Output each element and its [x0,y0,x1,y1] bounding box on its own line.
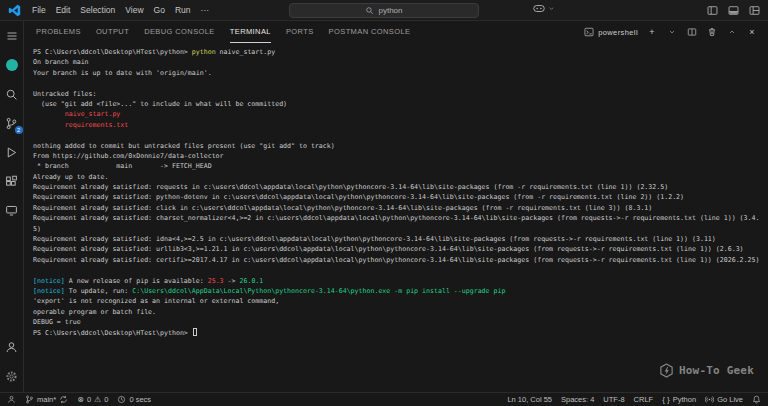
terminal-line: Already up to date. [33,172,768,182]
search-box[interactable]: python [289,3,479,18]
go-live-button[interactable]: Go Live [705,395,743,404]
split-terminal-icon[interactable] [686,26,698,38]
terminal-shell-icon [584,27,594,37]
menu-bar: FileEditSelectionViewGoRun··· [27,3,214,17]
search-view-icon[interactable] [4,86,20,102]
problems-button[interactable]: ⊗ 0 ⚠ 0 [77,395,108,404]
menu-item[interactable]: File [27,3,51,17]
cursor-position[interactable]: Ln 10, Col 55 [507,395,552,404]
terminal-line: [notice] A new release of pip is availab… [33,276,768,286]
terminal-line: naive_start.py [33,109,768,119]
branch-button[interactable]: main* [25,395,68,404]
close-panel-icon[interactable]: × [746,26,758,38]
panel-tab-output[interactable]: OUTPUT [96,21,129,43]
warning-count: 0 [104,395,108,404]
toggle-panel-icon[interactable] [727,4,739,16]
teal-extension-dot [6,59,18,71]
menu-item[interactable]: Selection [75,3,120,17]
kill-terminal-trash-icon[interactable] [706,26,718,38]
error-icon: ⊗ [77,396,84,404]
howtogeek-logo-icon [659,363,674,378]
encoding[interactable]: UTF-8 [603,395,624,404]
menu-item[interactable]: View [120,3,148,17]
terminal-line: Requirement already satisfied: urllib3<3… [33,244,768,254]
error-count: 0 [87,395,91,404]
panel-actions: powershell + × [584,21,768,43]
maximize-panel-chevron-icon[interactable] [726,26,738,38]
timer-value: 0 secs [129,395,151,404]
terminal-line: operable program or batch file. [33,307,768,317]
vscode-logo-icon [8,4,21,17]
new-terminal-icon[interactable]: + [646,26,658,38]
terminal-line: Requirement already satisfied: requests … [33,182,768,192]
title-bar: FileEditSelectionViewGoRun··· python [0,0,768,21]
terminal-line: PS C:\Users\ddcol\Desktop\HTest\python> … [33,47,768,57]
braces-icon: { } [662,396,670,404]
watermark: How-To Geek [659,363,754,378]
customize-layout-icon[interactable] [748,4,760,16]
terminal-line: [notice] To update, run: C:\Users\ddcol\… [33,286,768,296]
status-bar-right: Ln 10, Col 55 Spaces: 4 UTF-8 CRLF { } P… [507,395,761,404]
toggle-sidebar-icon[interactable] [706,4,718,16]
status-bar: main* ⊗ 0 ⚠ 0 0 secs Ln 10, Col 55 Space… [0,392,768,406]
terminal-line [33,265,768,275]
watermark-text: How-To Geek [679,364,754,377]
terminal-line: From https://github.com/0xDonnie7/data-c… [33,151,768,161]
timer-button[interactable]: 0 secs [117,395,151,404]
account-icon[interactable] [4,339,20,355]
sync-icon [59,395,68,404]
terminal-line: (use "git add <file>..." to include in w… [33,99,768,109]
terminal-line: Requirement already satisfied: idna<4,>=… [33,234,768,244]
search-value: python [378,6,402,15]
menu-item[interactable]: Run [170,3,196,17]
shell-selector[interactable]: powershell [584,27,638,37]
terminal-line [33,78,768,88]
panel-tab-ports[interactable]: PORTS [286,21,314,43]
menu-icon[interactable] [4,28,20,44]
panel-tab-bar: PROBLEMSOUTPUTDEBUG CONSOLETERMINALPORTS… [24,21,768,43]
panel-tab-postman-console[interactable]: POSTMAN CONSOLE [329,21,411,43]
menu-item[interactable]: Edit [51,3,76,17]
extension-icon[interactable] [4,57,20,73]
go-live-label: Go Live [717,395,743,404]
copilot-button[interactable] [533,4,555,13]
broadcast-icon [705,395,714,404]
terminal-line: 5) [33,224,768,234]
panel-tab-problems[interactable]: PROBLEMS [36,21,81,43]
terminal-line: Requirement already satisfied: charset_n… [33,213,768,223]
terminal[interactable]: PS C:\Users\ddcol\Desktop\HTest\python> … [24,43,768,392]
copilot-icon [533,4,545,13]
terminal-line: Requirement already satisfied: certifi>=… [33,255,768,265]
menu-item[interactable]: Go [149,3,170,17]
terminal-line: Requirement already satisfied: click in … [33,203,768,213]
menu-item[interactable]: ··· [196,3,215,17]
terminal-cursor [193,328,197,336]
panel-tab-terminal[interactable]: TERMINAL [230,21,271,43]
shell-name: powershell [598,28,638,37]
language-label: Python [673,395,696,404]
activity-bar: 2 [0,21,24,392]
remote-explorer-icon[interactable] [4,202,20,218]
run-debug-icon[interactable] [4,144,20,160]
terminal-line: DEBUG = true [33,317,768,327]
language-mode[interactable]: { } Python [662,395,696,404]
clock-icon [117,395,126,404]
eol-sequence[interactable]: CRLF [634,395,654,404]
bell-icon[interactable] [752,395,761,404]
terminal-line: Untracked files: [33,89,768,99]
settings-gear-icon[interactable] [4,368,20,384]
panel-tab-debug-console[interactable]: DEBUG CONSOLE [144,21,215,43]
terminal-line: Your branch is up to date with 'origin/m… [33,68,768,78]
launch-profile-chevron-icon[interactable] [666,26,678,38]
terminal-line: * branch main -> FETCH_HEAD [33,161,768,171]
profile-button[interactable] [7,395,16,404]
git-branch-icon [25,395,34,404]
extensions-icon[interactable] [4,173,20,189]
terminal-line: 'export' is not recognized as an interna… [33,296,768,306]
indentation[interactable]: Spaces: 4 [561,395,594,404]
panel-tab-bar-tabs: PROBLEMSOUTPUTDEBUG CONSOLETERMINALPORTS… [36,21,410,43]
terminal-line [33,130,768,140]
terminal-line: Requirement already satisfied: python-do… [33,192,768,202]
source-control-icon[interactable]: 2 [4,115,20,131]
source-control-badge: 2 [15,126,23,134]
